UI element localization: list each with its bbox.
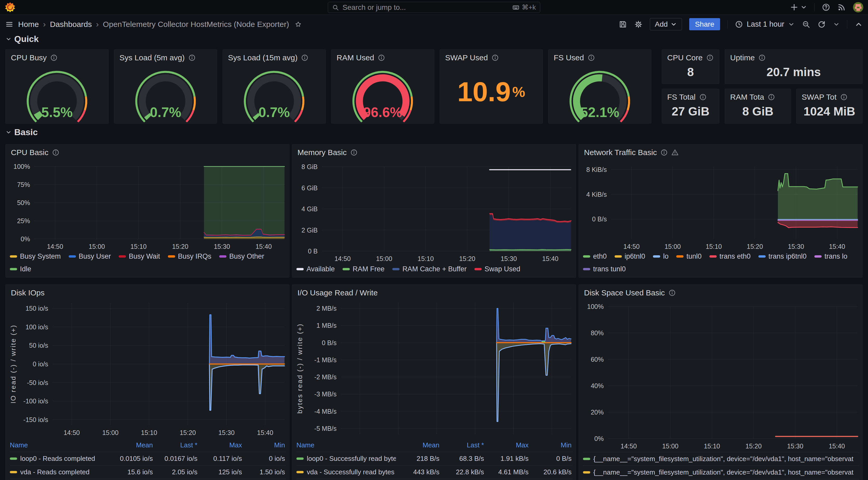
column-header[interactable]: Mean xyxy=(396,441,440,449)
column-header[interactable]: Last * xyxy=(440,441,485,449)
panel-title[interactable]: CPU Core xyxy=(667,53,703,62)
table-row[interactable]: {__name__="system_filesystem_utilization… xyxy=(583,452,859,466)
panel-title[interactable]: FS Used xyxy=(554,53,584,62)
legend-item[interactable]: trans tunl0 xyxy=(583,265,626,273)
save-dashboard-icon[interactable] xyxy=(619,20,627,29)
panel-title[interactable]: Uptime xyxy=(730,53,755,62)
refresh-interval-chevron-icon[interactable] xyxy=(833,21,840,28)
legend-item[interactable]: Available xyxy=(297,265,335,273)
info-icon[interactable] xyxy=(52,149,59,156)
legend-item[interactable]: eth0 xyxy=(583,252,607,261)
legend-item[interactable]: Busy IRQs xyxy=(168,252,211,261)
share-button[interactable]: Share xyxy=(689,18,720,30)
info-icon[interactable] xyxy=(50,54,58,61)
panel-title[interactable]: SWAP Used xyxy=(445,53,488,62)
legend-item[interactable]: trans ip6tnl0 xyxy=(758,252,807,261)
panel-title[interactable]: Disk IOps xyxy=(11,288,44,297)
section-header-basic[interactable]: Basic xyxy=(5,127,38,137)
column-header[interactable]: Min xyxy=(530,441,572,449)
info-icon[interactable] xyxy=(350,149,358,156)
legend-item[interactable]: Idle xyxy=(10,265,31,273)
legend-item[interactable]: trans eth0 xyxy=(709,252,751,261)
info-icon[interactable] xyxy=(301,54,308,61)
breadcrumb-dashboards[interactable]: Dashboards xyxy=(50,20,92,29)
panel-title[interactable]: Sys Load (15m avg) xyxy=(228,53,298,62)
add-button[interactable]: Add xyxy=(650,18,682,30)
svg-text:50 io/s: 50 io/s xyxy=(29,342,48,349)
info-icon[interactable] xyxy=(492,54,499,61)
info-icon[interactable] xyxy=(699,94,707,101)
column-header[interactable]: Name xyxy=(297,441,396,449)
info-icon[interactable] xyxy=(188,54,196,61)
grafana-logo[interactable] xyxy=(5,2,16,13)
legend-item[interactable]: Busy Wait xyxy=(119,252,160,261)
panel-title[interactable]: CPU Basic xyxy=(11,148,49,157)
column-header[interactable]: Name xyxy=(10,441,109,449)
settings-gear-icon[interactable] xyxy=(634,20,643,29)
legend-item[interactable]: RAM Free xyxy=(343,265,384,273)
legend-item[interactable]: Busy Other xyxy=(219,252,264,261)
info-icon[interactable] xyxy=(706,54,714,61)
chart-network-traffic[interactable]: 14:5015:0015:1015:2015:3015:400 B/s4 KiB… xyxy=(579,158,862,250)
table-row[interactable]: loop0 - Successfully read bytes218 B/s68… xyxy=(297,452,572,465)
svg-text:14:50: 14:50 xyxy=(335,255,351,262)
divider xyxy=(727,20,727,29)
search-bar[interactable]: ⌘+k xyxy=(328,2,540,13)
section-header-quick[interactable]: Quick xyxy=(5,34,39,44)
column-header[interactable]: Max xyxy=(198,441,243,449)
table-row[interactable]: loop0 - Reads completed0.0105 io/s0.0167… xyxy=(10,452,286,465)
info-icon[interactable] xyxy=(378,54,385,61)
help-icon[interactable] xyxy=(822,3,830,11)
panel-title[interactable]: RAM Tota xyxy=(730,93,764,102)
panel-title[interactable]: CPU Busy xyxy=(11,53,46,62)
chart-memory-basic[interactable]: 14:5015:0015:1015:2015:3015:400 B2 GiB4 … xyxy=(293,159,575,263)
panel-title[interactable]: I/O Usage Read / Write xyxy=(298,288,378,297)
panel-title[interactable]: RAM Used xyxy=(337,53,374,62)
warning-icon[interactable] xyxy=(671,149,679,156)
panel-title[interactable]: Disk Space Used Basic xyxy=(584,288,665,297)
info-icon[interactable] xyxy=(669,289,676,297)
menu-burger-icon[interactable] xyxy=(5,20,13,29)
legend-item[interactable]: Swap Used xyxy=(474,265,520,273)
chart-cpu-basic[interactable]: 14:5015:0015:1015:2015:3015:400%25%50%75… xyxy=(6,158,289,250)
chart-disk-space-used[interactable]: 14:5015:0015:1015:2015:3015:400%20%40%60… xyxy=(579,299,862,452)
news-rss-icon[interactable] xyxy=(837,3,846,11)
legend-item[interactable]: RAM Cache + Buffer xyxy=(392,265,467,273)
legend-item[interactable]: trans lo xyxy=(814,252,847,261)
breadcrumb-home[interactable]: Home xyxy=(18,20,39,29)
search-input[interactable] xyxy=(343,3,509,12)
star-icon[interactable] xyxy=(295,21,302,28)
time-range-picker[interactable]: Last 1 hour xyxy=(735,20,795,29)
panel-title[interactable]: FS Total xyxy=(667,93,696,102)
legend-item[interactable]: tunl0 xyxy=(676,252,702,261)
info-icon[interactable] xyxy=(758,54,766,61)
zoom-out-time-icon[interactable] xyxy=(802,20,810,29)
info-icon[interactable] xyxy=(588,54,595,61)
chart-io-usage[interactable]: 2 MB/s1 MB/s0 B/s-1 MB/s-2 MB/s-3 MB/s-4… xyxy=(293,299,575,439)
svg-text:15:30: 15:30 xyxy=(214,243,230,250)
table-row[interactable]: {__name__="system_filesystem_utilization… xyxy=(583,466,859,479)
panel-title[interactable]: Sys Load (5m avg) xyxy=(119,53,185,62)
info-icon[interactable] xyxy=(768,94,775,101)
column-header[interactable]: Last * xyxy=(154,441,198,449)
svg-text:15:00: 15:00 xyxy=(376,255,392,262)
column-header[interactable]: Mean xyxy=(109,441,154,449)
column-header[interactable]: Max xyxy=(485,441,530,449)
table-row[interactable]: vda - Reads completed15.6 io/s2.05 io/s1… xyxy=(10,465,286,479)
panel-title[interactable]: SWAP Tot xyxy=(802,93,837,102)
legend-item[interactable]: ip6tnl0 xyxy=(615,252,645,261)
legend-item[interactable]: lo xyxy=(653,252,669,261)
refresh-icon[interactable] xyxy=(817,20,826,29)
info-icon[interactable] xyxy=(840,94,847,101)
panel-title[interactable]: Memory Basic xyxy=(298,148,347,157)
panel-title[interactable]: Network Traffic Basic xyxy=(584,148,657,157)
info-icon[interactable] xyxy=(660,149,668,156)
legend-item[interactable]: Busy User xyxy=(69,252,111,261)
chart-disk-iops[interactable]: 14:5015:0015:1015:2015:3015:40150 io/s10… xyxy=(6,299,289,439)
column-header[interactable]: Min xyxy=(243,441,286,449)
legend-item[interactable]: Busy System xyxy=(10,252,61,261)
table-row[interactable]: vda - Successfully read bytes443 kB/s22.… xyxy=(297,465,572,479)
user-avatar[interactable] xyxy=(853,2,863,12)
new-button[interactable] xyxy=(790,3,807,11)
collapse-chevron-up-icon[interactable] xyxy=(855,20,863,29)
